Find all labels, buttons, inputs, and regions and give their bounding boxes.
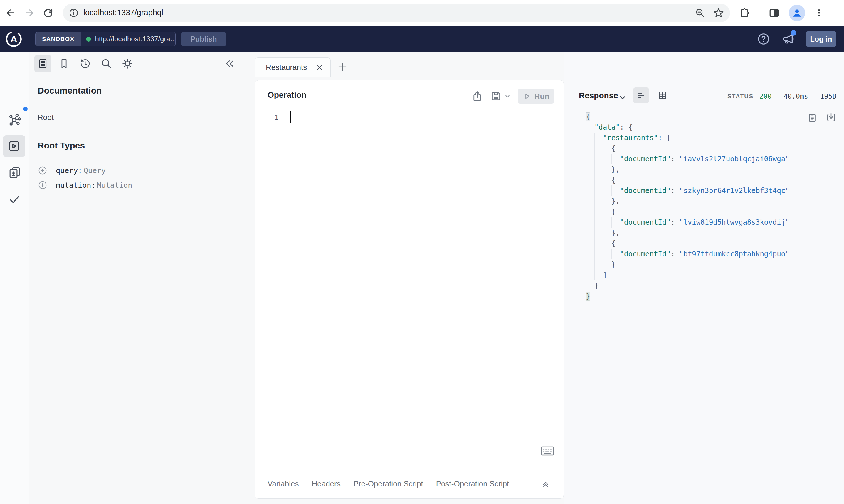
response-menu-chevron-icon[interactable] <box>618 93 627 102</box>
operation-tab[interactable]: Restaurants <box>255 57 331 77</box>
field-type[interactable]: Query <box>84 166 106 175</box>
login-button[interactable]: Log in <box>806 31 837 47</box>
browser-menu-icon[interactable] <box>814 8 824 18</box>
response-status-bar: STATUS 200 40.0ms 195B <box>727 92 837 101</box>
url-bar[interactable]: localhost:1337/graphql <box>63 4 730 22</box>
url-text[interactable]: localhost:1337/graphql <box>83 8 695 17</box>
history-icon[interactable] <box>76 55 94 72</box>
collapse-docs-icon[interactable] <box>221 55 239 72</box>
query-type-row[interactable]: query: Query <box>38 164 106 177</box>
status-code: 200 <box>759 92 772 100</box>
endpoint-url: http://localhost:1337/gra... <box>95 35 176 43</box>
root-types-title: Root Types <box>38 141 85 150</box>
collapse-footer-icon[interactable] <box>541 479 551 489</box>
tab-variables[interactable]: Variables <box>268 479 299 488</box>
explorer-tab-selected[interactable] <box>3 135 25 157</box>
operation-editor-card: Operation Run 1 Vari <box>255 80 564 499</box>
json-line: { <box>586 175 790 185</box>
extensions-icon[interactable] <box>738 7 750 19</box>
root-link[interactable]: Root <box>38 113 54 122</box>
app-root: localhost:1337/graphql <box>0 0 844 504</box>
response-panel: Response STATUS 200 40.0ms 195B {"data": <box>564 52 844 504</box>
circle-plus-icon[interactable] <box>38 165 48 176</box>
sandbox-header: A SANDBOX http://localhost:1337/gra... P… <box>0 26 844 52</box>
announcement-badge <box>791 30 796 36</box>
json-line: "documentId": "iavv1s2l27uoblqcjai06wga" <box>586 154 790 164</box>
docs-title: Documentation <box>38 86 102 96</box>
help-icon[interactable] <box>757 33 770 46</box>
saved-operations-bookmark-icon[interactable] <box>55 55 72 72</box>
toolbar-divider <box>759 7 759 18</box>
browser-toolbar: localhost:1337/graphql <box>0 0 844 26</box>
documentation-panel: Documentation Root Root Types query: Que… <box>29 52 241 504</box>
bookmark-star-icon[interactable] <box>713 7 724 18</box>
site-info-icon[interactable] <box>69 8 79 18</box>
settings-gear-icon[interactable] <box>119 55 136 72</box>
operation-footer: Variables Headers Pre-Operation Script P… <box>255 469 564 499</box>
publish-button[interactable]: Publish <box>182 32 226 46</box>
profile-avatar[interactable] <box>789 5 805 21</box>
field-type[interactable]: Mutation <box>97 181 132 190</box>
run-button[interactable]: Run <box>518 89 554 104</box>
save-operation-icon[interactable] <box>490 90 511 102</box>
json-line: } <box>586 291 790 302</box>
raw-view-toggle[interactable] <box>633 87 649 103</box>
json-line: { <box>586 143 790 154</box>
divider <box>778 92 778 101</box>
json-line: "documentId": "bf97tfdumkcc8ptahkng4puo" <box>586 249 790 259</box>
browser-actions <box>738 5 824 21</box>
back-icon[interactable] <box>2 5 19 21</box>
env-badge: SANDBOX <box>36 32 81 46</box>
run-play-icon <box>523 92 532 101</box>
editor-caret <box>290 111 291 123</box>
copy-response-icon[interactable] <box>807 112 818 123</box>
save-menu-chevron-icon <box>504 93 511 100</box>
connection-status-dot <box>86 37 91 42</box>
circle-plus-icon[interactable] <box>38 180 48 190</box>
field-name[interactable]: query: <box>56 166 82 175</box>
endpoint-field[interactable]: http://localhost:1337/gra... <box>81 32 176 46</box>
zoom-out-icon[interactable] <box>695 7 705 18</box>
download-response-icon[interactable] <box>826 112 837 123</box>
keyboard-shortcuts-icon[interactable] <box>541 446 554 456</box>
schema-graph-icon[interactable] <box>8 113 21 126</box>
json-line: { <box>586 206 790 217</box>
close-tab-icon[interactable] <box>316 64 323 71</box>
json-line: "documentId": "szkyn3pr64r1v2lkebf3t4qc" <box>586 185 790 196</box>
operation-area: Restaurants Operation Run <box>241 52 564 504</box>
endpoint-chip: SANDBOX http://localhost:1337/gra... <box>35 32 176 46</box>
operation-editor-input[interactable] <box>299 112 552 124</box>
reload-icon[interactable] <box>40 5 56 21</box>
response-size: 195B <box>820 92 837 100</box>
new-tab-icon[interactable] <box>337 61 348 72</box>
explorer-play-icon <box>7 139 21 153</box>
documentation-tab-icon[interactable] <box>34 55 51 72</box>
left-rail <box>0 52 29 504</box>
table-view-toggle[interactable] <box>655 87 670 103</box>
tab-post-operation-script[interactable]: Post-Operation Script <box>436 479 509 488</box>
response-time: 40.0ms <box>784 92 808 100</box>
json-line: } <box>586 259 790 270</box>
side-panel-icon[interactable] <box>768 7 780 19</box>
json-line: "restaurants": [ <box>586 132 790 143</box>
schema-badge-dot <box>23 107 28 111</box>
announcements-icon[interactable] <box>781 32 795 46</box>
json-line: "data": { <box>586 122 790 132</box>
tab-headers[interactable]: Headers <box>312 479 340 488</box>
schema-diff-icon[interactable] <box>8 166 21 179</box>
checks-icon[interactable] <box>8 193 21 206</box>
json-line: "documentId": "lviw819d5htwvga8s3kovdij" <box>586 217 790 228</box>
share-operation-icon[interactable] <box>471 90 483 102</box>
docs-toolbar <box>29 52 241 75</box>
json-line: }, <box>586 228 790 238</box>
search-icon[interactable] <box>98 55 115 72</box>
tab-label: Restaurants <box>266 63 316 72</box>
mutation-type-row[interactable]: mutation: Mutation <box>38 179 132 192</box>
apollo-logo-icon[interactable]: A <box>5 31 22 48</box>
forward-icon[interactable] <box>21 5 38 21</box>
tab-pre-operation-script[interactable]: Pre-Operation Script <box>354 479 423 488</box>
divider <box>814 92 814 101</box>
json-line: { <box>586 238 790 249</box>
response-title: Response <box>579 91 618 100</box>
field-name[interactable]: mutation: <box>56 181 96 190</box>
